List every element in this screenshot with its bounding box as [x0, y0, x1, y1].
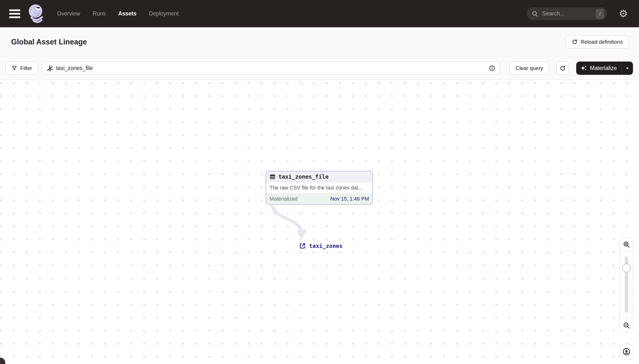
status-badge: Materialized	[270, 196, 298, 202]
sparkle-icon	[580, 65, 587, 72]
zoom-slider-knob[interactable]	[622, 264, 631, 272]
nav-link-deployment[interactable]: Deployment	[149, 10, 179, 17]
asset-selection-input[interactable]	[56, 65, 489, 72]
graph-query-icon	[46, 65, 53, 72]
zoom-in-button[interactable]	[620, 238, 633, 252]
zoom-out-button[interactable]	[620, 318, 633, 332]
filter-button[interactable]: Filter	[5, 62, 38, 75]
asset-node-header: taxi_zones_file	[266, 172, 372, 182]
zoom-in-icon	[623, 241, 630, 248]
filter-icon	[11, 65, 18, 71]
reload-definitions-label: Reload definitions	[580, 39, 623, 45]
chevron-down-icon	[625, 66, 630, 71]
zoom-slider-area	[620, 252, 633, 318]
lineage-canvas[interactable]: taxi_zones_file The raw CSV file for the…	[0, 80, 639, 364]
nav-link-runs[interactable]: Runs	[93, 10, 106, 17]
table-icon	[270, 174, 276, 180]
zoom-control-panel	[619, 237, 633, 332]
search-shortcut-badge: /	[595, 9, 604, 18]
asset-selection-input-box[interactable]	[42, 62, 500, 75]
global-search[interactable]: /	[527, 7, 607, 20]
asset-node-taxi-zones-file[interactable]: taxi_zones_file The raw CSV file for the…	[266, 171, 373, 205]
primary-nav: Overview Runs Assets Deployment	[57, 10, 179, 17]
clear-query-button[interactable]: Clear query	[509, 62, 549, 75]
materialize-split-button: Materialize	[576, 62, 633, 75]
lineage-edge	[0, 80, 639, 364]
info-icon[interactable]	[489, 65, 495, 72]
materialize-label: Materialize	[590, 65, 617, 72]
zoom-out-icon	[623, 322, 630, 329]
asset-description: The raw CSV file for the taxi zones dat.…	[266, 182, 372, 193]
asset-name: taxi_zones_file	[278, 174, 329, 180]
refresh-layout-button[interactable]	[556, 62, 569, 75]
materialize-dropdown-button[interactable]	[622, 62, 633, 75]
search-input[interactable]	[542, 10, 595, 17]
refresh-icon	[559, 65, 566, 72]
nav-link-assets[interactable]: Assets	[118, 10, 137, 17]
menu-icon[interactable]	[9, 10, 20, 18]
page-header: Global Asset Lineage Reload definitions	[0, 27, 639, 57]
gear-icon[interactable]: ⚙	[619, 9, 628, 19]
nav-link-overview[interactable]: Overview	[57, 10, 80, 17]
lineage-toolbar: Filter Clear query	[0, 57, 639, 80]
clear-query-label: Clear query	[516, 65, 543, 72]
reload-definitions-button[interactable]: Reload definitions	[565, 36, 629, 48]
search-icon	[531, 10, 538, 17]
downstream-asset-link[interactable]: taxi_zones	[299, 242, 342, 249]
filter-label: Filter	[20, 65, 32, 72]
downstream-asset-name: taxi_zones	[309, 243, 342, 249]
top-nav: Overview Runs Assets Deployment / ⚙	[0, 0, 639, 27]
download-image-button[interactable]	[619, 344, 633, 360]
page-title: Global Asset Lineage	[11, 38, 87, 46]
asset-status-row: Materialized Nov 15, 1:46 PM	[266, 193, 372, 204]
materialization-timestamp[interactable]: Nov 15, 1:46 PM	[330, 196, 369, 202]
external-link-icon	[299, 242, 306, 249]
reload-icon	[572, 39, 578, 45]
dagster-logo-icon[interactable]	[26, 2, 47, 25]
nav-right-group: / ⚙	[527, 7, 628, 20]
corner-decoration	[0, 358, 5, 364]
download-icon	[622, 348, 630, 356]
materialize-button[interactable]: Materialize	[576, 62, 621, 75]
